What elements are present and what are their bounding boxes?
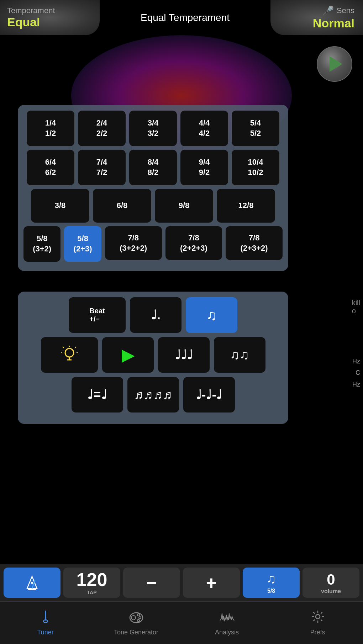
accent-button[interactable]: ▶ — [102, 337, 154, 373]
volume-button[interactable]: 0 volume — [302, 568, 359, 598]
tab-tuner-label: Tuner — [37, 629, 53, 636]
ts-top: 10/4 — [248, 157, 263, 167]
sens-label: Sens — [337, 6, 354, 15]
ts-5-8-2+3[interactable]: 5/8 (2+3) — [64, 226, 101, 262]
ts-5-8-3+2[interactable]: 5/8 (3+2) — [23, 226, 60, 262]
equal-note-icon: ♩=♩ — [87, 387, 107, 402]
flash-button[interactable] — [41, 337, 98, 373]
waveform-icon — [219, 610, 235, 627]
svg-point-11 — [31, 582, 33, 584]
ts-top: 1/4 — [45, 118, 56, 128]
dotted-quarter-button[interactable]: ♩. — [130, 297, 182, 333]
bottom-toolbar: 120 TAP − + ♫ 5/8 0 volume — [0, 564, 363, 601]
ts-bottom: 8/2 — [148, 167, 159, 178]
ts-bottom: 5/2 — [250, 128, 261, 139]
bpm-value: 120 — [77, 570, 107, 589]
ts-bottom: (2+3+2) — [241, 243, 268, 254]
tab-analysis[interactable]: Analysis — [182, 602, 272, 644]
beat-row-3: ♩=♩ ♬♬♬♬ ♩-♩-♩ — [25, 377, 281, 413]
play-button[interactable] — [317, 46, 352, 82]
play-triangle-icon — [330, 56, 342, 72]
ts-bottom: (3+2+2) — [120, 243, 147, 254]
ts-bottom: (3+2) — [33, 244, 51, 254]
volume-value: 0 — [327, 571, 335, 588]
bpm-tap-button[interactable]: 120 TAP — [63, 568, 120, 598]
ts-top: 2/4 — [96, 118, 107, 128]
ts-bottom: 1/2 — [45, 128, 56, 139]
hz2-text: Hz — [352, 379, 360, 390]
ts-row-3: 3/8 6/8 9/8 12/8 — [23, 189, 283, 223]
svg-point-13 — [43, 620, 48, 623]
svg-point-0 — [65, 348, 74, 357]
eighth-notes-icon: ♫ — [206, 307, 217, 323]
double-eighth-button[interactable]: ♫♫ — [214, 337, 265, 373]
quad-beam-button[interactable]: ♬♬♬♬ — [127, 377, 179, 413]
ts-7-4[interactable]: 7/4 7/2 — [78, 150, 126, 185]
header: Temperament Equal Equal Temperament 🎤 Se… — [0, 0, 363, 35]
beat-row-1: Beat+/− ♩. ♫ — [25, 297, 281, 333]
plus-button[interactable]: + — [183, 568, 240, 598]
ts-6-8[interactable]: 6/8 — [93, 189, 151, 223]
tab-tone-generator[interactable]: Tone Generator — [91, 602, 182, 644]
beat-controls-panel: Beat+/− ♩. ♫ ▶ ♩♩♩ ♫♫ ♩=♩ ♬♬♬♬ ♩-♩-♩ — [18, 292, 288, 424]
ts-top: 5/4 — [250, 118, 261, 128]
circle-text: o — [352, 307, 360, 315]
svg-line-27 — [313, 619, 315, 621]
triplet-button[interactable]: ♩♩♩ — [158, 337, 210, 373]
temperament-display[interactable]: Temperament Equal — [0, 0, 100, 35]
ts-3-4[interactable]: 3/4 3/2 — [129, 111, 177, 146]
ts-9-8[interactable]: 9/8 — [155, 189, 213, 223]
ts-label: 6/8 — [117, 201, 128, 211]
rhythm-button[interactable]: ♫ 5/8 — [243, 568, 300, 598]
eighth-notes-button[interactable]: ♫ — [186, 297, 237, 333]
center-title: Equal Temperament — [141, 12, 230, 23]
equal-note-button[interactable]: ♩=♩ — [72, 377, 123, 413]
triplet-notes-icon: ♩♩♩ — [175, 347, 193, 362]
ts-bottom: 7/2 — [96, 167, 107, 178]
ts-7-8-2+2+3[interactable]: 7/8 (2+2+3) — [165, 226, 222, 260]
minus-button[interactable]: − — [123, 568, 180, 598]
ts-bottom: 4/2 — [199, 128, 210, 139]
ts-5-4[interactable]: 5/4 5/2 — [232, 111, 279, 146]
ts-top: 9/4 — [199, 157, 210, 167]
svg-point-16 — [137, 614, 140, 616]
ts-bottom: (2+3) — [74, 244, 92, 254]
ts-top: 8/4 — [148, 157, 159, 167]
tab-tuner[interactable]: Tuner — [0, 602, 91, 644]
ts-bottom: 6/2 — [45, 167, 56, 178]
svg-line-26 — [321, 612, 322, 613]
header-center: Equal Temperament — [100, 0, 270, 35]
ts-7-8-3+2+2[interactable]: 7/8 (3+2+2) — [105, 226, 162, 260]
kill-text: kill — [352, 299, 360, 307]
tab-prefs[interactable]: Prefs — [272, 602, 363, 644]
ts-top: 5/8 — [77, 234, 88, 244]
ts-1-4[interactable]: 1/4 1/2 — [27, 111, 74, 146]
ts-4-4[interactable]: 4/4 4/2 — [180, 111, 228, 146]
beat-plus-minus-button[interactable]: Beat+/− — [69, 297, 126, 333]
ts-9-4[interactable]: 9/4 9/2 — [180, 150, 228, 185]
ts-top: 5/8 — [37, 234, 48, 244]
sens-display[interactable]: 🎤 Sens Normal — [270, 0, 363, 35]
ts-12-8[interactable]: 12/8 — [217, 189, 275, 223]
svg-point-19 — [316, 614, 320, 619]
ts-top: 7/8 — [128, 233, 139, 243]
ts-7-8-2+3+2[interactable]: 7/8 (2+3+2) — [226, 226, 283, 260]
beat-row-2: ▶ ♩♩♩ ♫♫ — [25, 337, 281, 373]
ts-top: 7/4 — [96, 157, 107, 167]
ts-bottom: 2/2 — [96, 128, 107, 139]
ts-10-4[interactable]: 10/4 10/2 — [232, 150, 279, 185]
metronome-button[interactable] — [4, 568, 60, 598]
beam-group-button[interactable]: ♩-♩-♩ — [183, 377, 235, 413]
tab-bar: Tuner Tone Generator Analysis — [0, 601, 363, 644]
ts-row-1: 1/4 1/2 2/4 2/2 3/4 3/2 4/4 4/2 5/4 5/2 — [23, 111, 283, 146]
ts-label: 3/8 — [55, 201, 66, 211]
ts-8-4[interactable]: 8/4 8/2 — [129, 150, 177, 185]
ts-top: 6/4 — [45, 157, 56, 167]
ts-2-4[interactable]: 2/4 2/2 — [78, 111, 126, 146]
svg-line-24 — [313, 612, 315, 613]
sens-value: Normal — [313, 16, 354, 30]
ts-3-8[interactable]: 3/8 — [31, 189, 89, 223]
ts-6-4[interactable]: 6/4 6/2 — [27, 150, 74, 185]
metronome-icon — [24, 575, 40, 591]
svg-line-7 — [75, 347, 76, 348]
